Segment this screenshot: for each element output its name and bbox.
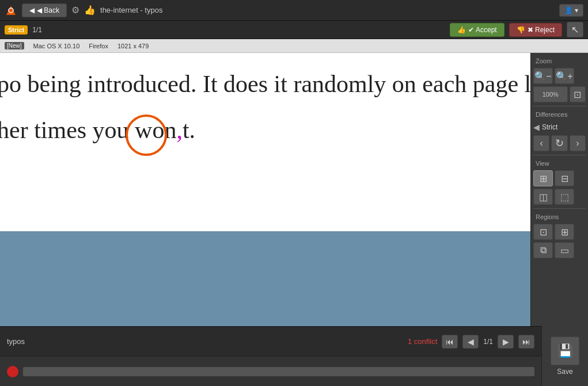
zoom-out-icon: 🔍− bbox=[534, 71, 551, 82]
accept-label: ✔ Accept bbox=[468, 26, 496, 34]
chevron-right-icon: › bbox=[576, 138, 579, 148]
screenshot-gray-area bbox=[0, 231, 530, 326]
user-icon: 👤 ▾ bbox=[564, 6, 578, 14]
page-indicator: 1/1 bbox=[483, 338, 493, 346]
cursor-icon: ↖ bbox=[571, 25, 579, 35]
record-button[interactable] bbox=[7, 366, 18, 377]
last-icon: ⏭ bbox=[522, 337, 530, 346]
region-delete-icon: ▭ bbox=[560, 245, 569, 256]
view-row-1: ⊞ ⊟ bbox=[533, 170, 586, 186]
os-label: Mac OS X 10.10 bbox=[33, 43, 80, 49]
next-icon: ▶ bbox=[503, 337, 509, 346]
diff-prev-button[interactable]: ‹ bbox=[533, 135, 549, 151]
view-side-icon: ⊟ bbox=[561, 173, 568, 184]
zoom-fit-icon: ⊡ bbox=[574, 89, 581, 100]
gear-icon[interactable]: ⚙ bbox=[71, 5, 79, 16]
page-count: 1/1 bbox=[32, 26, 42, 34]
diff-next-button[interactable]: › bbox=[570, 135, 586, 151]
zoom-out-button[interactable]: 🔍− bbox=[533, 68, 553, 84]
save-button[interactable]: 💾 bbox=[551, 337, 579, 365]
view-row-2: ◫ ⬚ bbox=[533, 189, 586, 205]
strict-badge: Strict bbox=[5, 25, 28, 35]
bottom-bar: typos 1 conflict ⏮ ◀ 1/1 ▶ ⏭ bbox=[0, 326, 541, 356]
thumb-icon[interactable]: 👍 bbox=[84, 5, 96, 16]
zoom-100-label: 100% bbox=[543, 91, 559, 98]
thumbdown-icon: 👎 bbox=[517, 26, 525, 34]
profile-button[interactable]: 👤 ▾ bbox=[559, 4, 583, 17]
content-line-2: her times you won,t. bbox=[0, 116, 195, 144]
diff-refresh-button[interactable]: ↻ bbox=[551, 135, 567, 151]
strict-row: ◀ Strict bbox=[533, 121, 586, 133]
region-copy-button[interactable]: ⧉ bbox=[533, 242, 553, 258]
zoom-fit-button[interactable]: ⊡ bbox=[570, 86, 586, 102]
view-b-button[interactable]: ⬚ bbox=[555, 189, 574, 205]
region-select-button[interactable]: ⊡ bbox=[533, 224, 553, 240]
zoom-in-icon: 🔍+ bbox=[556, 71, 572, 82]
zoom-in-button[interactable]: 🔍+ bbox=[555, 68, 574, 84]
regions-row-2: ⧉ ▭ bbox=[533, 242, 586, 258]
refresh-icon: ↻ bbox=[555, 137, 564, 150]
conflict-badge: 1 conflict bbox=[408, 337, 437, 346]
line2-end: t. bbox=[183, 117, 195, 143]
regions-section-title: Regions bbox=[533, 212, 586, 221]
regions-row-1: ⊡ ⊞ bbox=[533, 224, 586, 240]
view-a-icon: ◫ bbox=[539, 192, 548, 202]
region-select-icon: ⊡ bbox=[540, 227, 547, 238]
reject-button[interactable]: 👎 ✖ Reject bbox=[509, 23, 562, 37]
nav-first-button[interactable]: ⏮ bbox=[442, 335, 458, 349]
prev-icon: ◀ bbox=[468, 337, 474, 346]
line2-text: her times you won bbox=[0, 117, 176, 143]
view-b-icon: ⬚ bbox=[560, 192, 569, 202]
resolution-label: 1021 x 479 bbox=[117, 43, 149, 49]
page-title: the-internet - typos bbox=[100, 6, 555, 14]
region-add-icon: ⊞ bbox=[561, 227, 568, 238]
view-both-button[interactable]: ⊞ bbox=[533, 170, 553, 186]
divider-2 bbox=[533, 155, 586, 155]
content-line-1: po being introduced. It does it randomly… bbox=[0, 70, 530, 98]
strict-mode-label: Strict bbox=[542, 123, 557, 131]
info-bar: [New] Mac OS X 10.10 Firefox 1021 x 479 bbox=[0, 39, 588, 53]
differences-section-title: Differences bbox=[533, 110, 586, 119]
cursor-button[interactable]: ↖ bbox=[567, 22, 583, 37]
diff-char: , bbox=[176, 117, 183, 143]
region-copy-icon: ⧉ bbox=[540, 245, 547, 255]
first-icon: ⏮ bbox=[446, 337, 454, 346]
zoom-section-title: Zoom bbox=[533, 56, 586, 66]
divider-3 bbox=[533, 208, 586, 209]
nav-prev-button[interactable]: ◀ bbox=[462, 335, 479, 349]
view-side-by-side-button[interactable]: ⊟ bbox=[555, 170, 574, 186]
sub-bar: Strict 1/1 👍 ✔ Accept 👎 ✖ Reject ↖ bbox=[0, 21, 588, 39]
strict-left-arrow[interactable]: ◀ bbox=[533, 123, 540, 132]
content-area: po being introduced. It does it randomly… bbox=[0, 53, 530, 326]
app-logo bbox=[5, 4, 17, 17]
diff-nav-row: ‹ ↻ › bbox=[533, 135, 586, 151]
back-label: ◀ Back bbox=[37, 6, 59, 14]
view-section-title: View bbox=[533, 159, 586, 168]
accept-button[interactable]: 👍 ✔ Accept bbox=[450, 23, 504, 37]
view-both-icon: ⊞ bbox=[540, 173, 547, 184]
nav-last-button[interactable]: ⏭ bbox=[518, 335, 534, 349]
back-arrow-icon: ◀ bbox=[29, 6, 35, 14]
save-icon: 💾 bbox=[557, 343, 573, 358]
zoom-100-button[interactable]: 100% bbox=[533, 86, 568, 102]
nav-next-button[interactable]: ▶ bbox=[498, 335, 514, 349]
top-bar: ◀ ◀ Back ⚙ 👍 the-internet - typos 👤 ▾ bbox=[0, 0, 588, 21]
main-area: po being introduced. It does it randomly… bbox=[0, 53, 588, 326]
browser-label: Firefox bbox=[89, 43, 108, 49]
status-bar bbox=[0, 356, 541, 386]
thumbup-icon: 👍 bbox=[457, 26, 466, 34]
region-add-button[interactable]: ⊞ bbox=[555, 224, 574, 240]
chevron-left-icon: ‹ bbox=[540, 138, 543, 148]
back-button[interactable]: ◀ ◀ Back bbox=[22, 3, 67, 17]
view-a-button[interactable]: ◫ bbox=[533, 189, 553, 205]
region-delete-button[interactable]: ▭ bbox=[555, 242, 574, 258]
test-name-label: typos bbox=[7, 337, 203, 346]
zoom-row-2: 100% ⊡ bbox=[533, 86, 586, 102]
progress-bar bbox=[23, 367, 534, 376]
screenshot-white: po being introduced. It does it randomly… bbox=[0, 53, 530, 231]
svg-marker-0 bbox=[6, 6, 16, 15]
reject-label: ✖ Reject bbox=[528, 26, 555, 34]
save-panel: 💾 Save bbox=[541, 326, 588, 386]
new-tag: [New] bbox=[5, 42, 24, 49]
divider-1 bbox=[533, 106, 586, 106]
